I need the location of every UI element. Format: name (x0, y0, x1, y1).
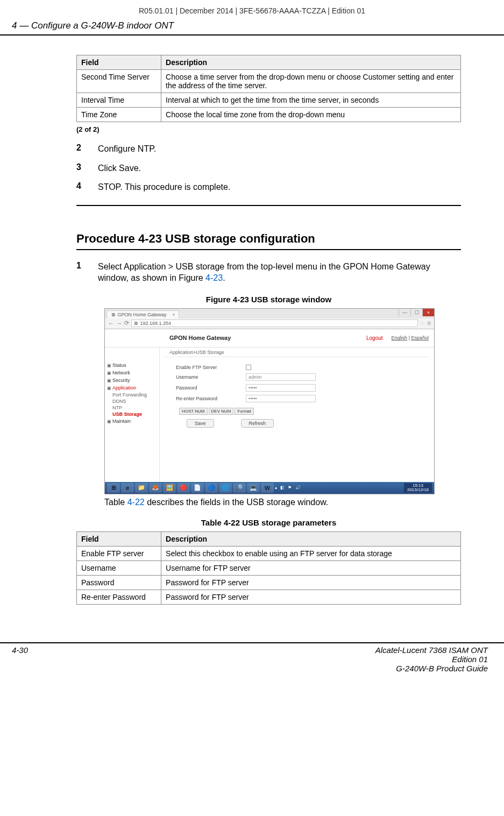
sidebar-sub-ntp[interactable]: NTP (105, 405, 159, 411)
sidebar-item-security[interactable]: ▣Security (105, 377, 159, 384)
app-icon[interactable]: 🔵 (205, 483, 218, 493)
reenter-password-input[interactable]: ••••• (246, 395, 316, 402)
page-title: GPON Home Gateway (169, 335, 366, 341)
cell-desc: Interval at which to get the time from t… (161, 93, 461, 108)
step-number: 3 (76, 162, 86, 174)
table-header-row: Field Description (77, 55, 461, 70)
bookmark-icon[interactable]: ☆ (420, 320, 425, 326)
app-icon[interactable]: 💻 (247, 483, 260, 493)
close-icon[interactable]: × (422, 309, 434, 316)
cell-field: Enable FTP server (77, 546, 161, 560)
cell-field: Username (77, 560, 161, 575)
browser-chrome: 🗎 GPON Home Gateway × — ☐ × ← → ⟳ 🗎 192.… (105, 309, 434, 329)
step-4: 4 STOP. This procedure is complete. (76, 181, 461, 193)
app-icon[interactable]: 📄 (191, 483, 204, 493)
field-username: Username admin (176, 373, 429, 381)
document-header: R05.01.01 | December 2014 | 3FE-56678-AA… (0, 6, 504, 18)
enable-ftp-checkbox[interactable] (246, 365, 251, 370)
browser-tab[interactable]: 🗎 GPON Home Gateway × (107, 310, 179, 318)
col-format: Format (235, 408, 253, 415)
firefox-icon[interactable]: 🦊 (149, 483, 162, 493)
lang-english-link[interactable]: English (392, 335, 408, 340)
procedure-heading: Procedure 4-23 USB storage configuration (76, 232, 461, 250)
logout-link[interactable]: Logout (366, 335, 383, 341)
refresh-button[interactable]: Refresh (241, 419, 274, 428)
menu-icon[interactable]: ≡ (427, 320, 431, 327)
system-tray[interactable]: ▴ ◧ ⚑ 🔊 (275, 485, 304, 490)
maximize-icon[interactable]: ☐ (410, 309, 422, 316)
url-text: 192.168.1.254 (140, 321, 172, 326)
expand-icon: ▣ (107, 363, 112, 368)
reenter-password-label: Re-enter Password (176, 396, 246, 401)
field-reenter-password: Re-enter Password ••••• (176, 395, 429, 402)
table-row: Username Username for FTP server (77, 560, 461, 575)
table-link[interactable]: 4-22 (127, 498, 145, 507)
lang-espanol-link[interactable]: Español (411, 335, 429, 340)
footer-right: Alcatel-Lucent 7368 ISAM ONT Edition 01 … (375, 645, 488, 673)
chrome-icon[interactable]: 🔴 (177, 483, 190, 493)
gpon-header: GPON Home Gateway Logout English | Españ… (105, 329, 434, 347)
figure-link[interactable]: 4-23 (205, 273, 223, 282)
page-icon: 🗎 (111, 312, 118, 317)
app-icon[interactable]: 🔎 (233, 483, 246, 493)
sidebar-sub-ddns[interactable]: DDNS (105, 398, 159, 405)
username-label: Username (176, 374, 246, 380)
divider (76, 205, 461, 206)
step-number: 4 (76, 181, 86, 193)
gpon-body: ▣Status ▣Network ▣Security ▣Application … (105, 347, 434, 482)
cell-field: Time Zone (77, 108, 161, 122)
gpon-sidebar: ▣Status ▣Network ▣Security ▣Application … (105, 347, 160, 482)
device-table-headers: HOST NUM DEV NUM Format (179, 408, 429, 415)
window-controls: — ☐ × (399, 309, 434, 316)
cell-desc: Username for FTP server (161, 560, 461, 575)
chapter-title: 4 — Configure a G-240W-B indoor ONT (0, 18, 504, 36)
sidebar-sub-port-forwarding[interactable]: Port Forwarding (105, 392, 159, 398)
back-icon[interactable]: ← (108, 320, 114, 327)
step-number: 2 (76, 143, 86, 155)
app-icon[interactable]: 🖼️ (163, 483, 176, 493)
taskbar-clock[interactable]: 15:13 2013/12/18 (404, 483, 432, 493)
step-text: STOP. This procedure is complete. (98, 181, 461, 193)
language-switch: English | Español (392, 335, 429, 340)
step-text: Select Application > USB storage from th… (98, 261, 461, 284)
sidebar-item-status[interactable]: ▣Status (105, 361, 159, 369)
browser-toolbar: ← → ⟳ 🗎 192.168.1.254 ☆ ≡ (105, 318, 434, 329)
ie-icon[interactable]: e (121, 483, 134, 493)
reload-icon[interactable]: ⟳ (124, 320, 129, 327)
col-header-description: Description (161, 531, 461, 546)
close-icon[interactable]: × (172, 312, 175, 317)
step-1: 1 Select Application > USB storage from … (76, 261, 461, 284)
explorer-icon[interactable]: 📁 (135, 483, 148, 493)
password-input[interactable]: ••••• (246, 384, 316, 392)
table-row: Password Password for FTP server (77, 575, 461, 590)
sidebar-item-application[interactable]: ▣Application (105, 384, 159, 392)
forward-icon[interactable]: → (116, 320, 122, 327)
col-header-description: Description (161, 55, 461, 70)
windows-taskbar: ⊞ e 📁 🦊 🖼️ 🔴 📄 🔵 🌐 🔎 💻 W ▴ ◧ ⚑ 🔊 15:13 2… (105, 482, 434, 494)
sidebar-item-network[interactable]: ▣Network (105, 369, 159, 377)
step-2: 2 Configure NTP. (76, 143, 461, 155)
cell-field: Second Time Server (77, 70, 161, 93)
save-button[interactable]: Save (187, 419, 214, 428)
sidebar-sub-usb-storage[interactable]: USB Storage (105, 411, 159, 417)
cell-field: Re-enter Password (77, 590, 161, 604)
step-text-post: . (223, 273, 225, 282)
table-caption: Table 4-22 USB storage parameters (76, 518, 461, 527)
step-text-pre: Select Application > USB storage from th… (98, 262, 430, 283)
app-icon[interactable]: 🌐 (219, 483, 232, 493)
start-button-icon[interactable]: ⊞ (107, 483, 120, 493)
step-number: 1 (76, 261, 86, 284)
field-enable-ftp: Enable FTP Server (176, 365, 429, 370)
col-host-num: HOST NUM (179, 408, 208, 415)
table-page-indicator: (2 of 2) (76, 125, 461, 133)
url-bar[interactable]: 🗎 192.168.1.254 (131, 320, 418, 327)
enable-ftp-label: Enable FTP Server (176, 365, 246, 370)
table-reference-text: Table 4-22 describes the fields in the U… (104, 498, 461, 507)
username-input[interactable]: admin (246, 373, 316, 381)
sidebar-item-maintain[interactable]: ▣Maintain (105, 417, 159, 425)
sidebar-label: Application (112, 385, 136, 391)
cell-desc: Choose a time server from the drop-down … (161, 70, 461, 93)
table-header-row: Field Description (77, 531, 461, 546)
word-icon[interactable]: W (261, 483, 274, 493)
minimize-icon[interactable]: — (399, 309, 410, 316)
